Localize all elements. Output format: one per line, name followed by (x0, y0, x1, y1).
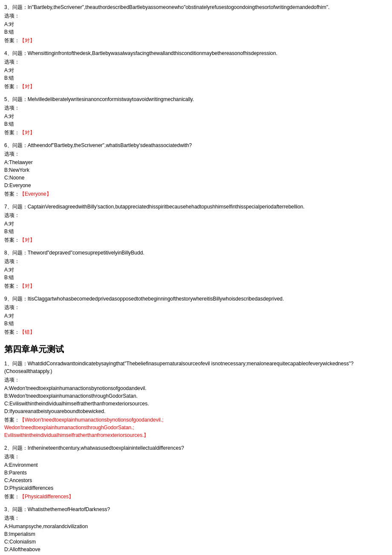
question-7-answer: 答案：【对】 (4, 236, 388, 244)
question-3-title: 3、问题：In"Bartleby,theScrivener",theauthor… (4, 3, 388, 11)
ch4-question-1-option-d: D:Ifyouareanatbeistyouareboundtobewicked… (4, 408, 388, 415)
question-6: 6、问题：Attheendof"Bartleby,theScrivener",w… (4, 142, 388, 198)
ch4-question-3-option-a: A:Humanpsyche,moralandcivilization (4, 523, 388, 530)
question-5: 5、问题：Melvilledeliberatelywritesinanoncon… (4, 95, 388, 136)
question-3: 3、问题：In"Bartleby,theScrivener",theauthor… (4, 3, 388, 44)
ch4-question-2-answer: 答案：【Physicaldifferences】 (4, 493, 388, 500)
ch4-question-3-option-c: C:Colonialism (4, 538, 388, 546)
question-9-option-b: B:错 (4, 320, 388, 327)
ch4-question-1-options-label: 选项： (4, 376, 388, 384)
question-8-option-b: B:错 (4, 274, 388, 281)
question-6-option-c: C:Noone (4, 174, 388, 182)
ch4-question-2-title: 2、问题：Inthenineteenthcentury,whatwasusedt… (4, 444, 388, 452)
ch4-question-1-option-c: C:Eviliswithintheindividualhimselfrather… (4, 400, 388, 408)
question-8-option-a: A:对 (4, 266, 388, 274)
ch4-question-2-option-d: D:Physicaldifferences (4, 484, 388, 492)
ch4-question-2-answer-value: 【Physicaldifferences】 (20, 494, 74, 500)
ch4-question-1-option-b: B:Wedon'tneedtoexplainhumanactionsthroug… (4, 392, 388, 400)
question-9: 9、问题：ItisClaggartwhohasbecomededprivedas… (4, 295, 388, 336)
ch4-question-3-option-d: D:Alloftheabove (4, 546, 388, 553)
question-3-option-b: B:错 (4, 28, 388, 36)
question-4-option-a: A:对 (4, 66, 388, 74)
question-8-options-label: 选项： (4, 257, 388, 265)
ch4-question-1-title: 1、问题：WhatdidConradwanttoindicatebysaying… (4, 360, 388, 375)
questions-part2: 1、问题：WhatdidConradwanttoindicatebysaying… (4, 360, 388, 555)
ch4-question-3: 3、问题：WhatisthethemeofHeartofDarkness? 选项… (4, 506, 388, 555)
question-7-answer-value: 【对】 (20, 237, 35, 243)
ch4-question-3-title: 3、问题：WhatisthethemeofHeartofDarkness? (4, 506, 388, 513)
question-9-option-a: A:对 (4, 312, 388, 320)
ch4-question-3-option-b: B:Imperialism (4, 530, 388, 538)
question-3-options-label: 选项： (4, 12, 388, 20)
question-8-answer: 答案：【对】 (4, 282, 388, 290)
ch4-question-3-options-label: 选项： (4, 514, 388, 522)
question-6-answer-value: 【Everyone】 (20, 191, 52, 197)
question-9-title: 9、问题：ItisClaggartwhohasbecomededprivedas… (4, 295, 388, 303)
ch4-question-2: 2、问题：Inthenineteenthcentury,whatwasusedt… (4, 444, 388, 500)
question-4: 4、问题：Whensittinginfrontofthedesk,Bartleb… (4, 49, 388, 90)
question-5-title: 5、问题：Melvilledeliberatelywritesinanoncon… (4, 95, 388, 103)
question-8: 8、问题：Theword"depraved"comesuprepetitivel… (4, 249, 388, 290)
question-7-option-a: A:对 (4, 220, 388, 228)
question-9-options-label: 选项： (4, 304, 388, 311)
question-6-option-a: A:Thelawyer (4, 159, 388, 166)
question-7-option-b: B:错 (4, 228, 388, 235)
ch4-question-2-options-label: 选项： (4, 453, 388, 460)
ch4-question-2-option-c: C:Ancestors (4, 477, 388, 484)
ch4-question-1-answer: 答案：【Wedon'tneedtoexplainhumanactionsbyno… (4, 416, 388, 439)
question-9-answer: 答案：【错】 (4, 328, 388, 336)
question-6-options-label: 选项： (4, 150, 388, 158)
question-4-answer-value: 【对】 (20, 84, 35, 90)
question-9-answer-value: 【错】 (20, 329, 35, 335)
question-6-title: 6、问题：Attheendof"Bartleby,theScrivener",w… (4, 142, 388, 149)
ch4-question-1-option-a: A:Wedon'tneedtoexplainhumanactionsbynoti… (4, 384, 388, 392)
question-7-options-label: 选项： (4, 211, 388, 219)
question-4-answer: 答案：【对】 (4, 83, 388, 90)
question-3-option-a: A:对 (4, 20, 388, 28)
question-3-answer-value: 【对】 (20, 38, 35, 43)
ch4-question-1-answer-value: 【Wedon'tneedtoexplainhumanactionsbynotio… (4, 417, 164, 438)
question-5-options-label: 选项： (4, 104, 388, 112)
question-4-title: 4、问题：Whensittinginfrontofthedesk,Bartleb… (4, 49, 388, 57)
questions-part1: 3、问题：In"Bartleby,theScrivener",theauthor… (4, 3, 388, 336)
section-4-title: 第四章单元测试 (4, 343, 388, 356)
question-6-option-d: D:Everyone (4, 182, 388, 189)
question-6-option-b: B:NewYork (4, 166, 388, 174)
ch4-question-2-option-b: B:Parents (4, 469, 388, 477)
ch4-question-2-option-a: A:Environment (4, 461, 388, 469)
ch4-question-1: 1、问题：WhatdidConradwanttoindicatebysaying… (4, 360, 388, 439)
question-8-title: 8、问题：Theword"depraved"comesuprepetitivel… (4, 249, 388, 257)
question-7: 7、问题：CaptainVeredisagreedwithBilly'sacti… (4, 203, 388, 244)
question-6-answer: 答案：【Everyone】 (4, 190, 388, 198)
question-5-answer: 答案：【对】 (4, 129, 388, 136)
question-8-answer-value: 【对】 (20, 283, 35, 289)
question-7-title: 7、问题：CaptainVeredisagreedwithBilly'sacti… (4, 203, 388, 211)
question-5-answer-value: 【对】 (20, 130, 35, 136)
question-4-option-b: B:错 (4, 74, 388, 82)
question-5-option-a: A:对 (4, 113, 388, 120)
question-5-option-b: B:错 (4, 120, 388, 128)
question-4-options-label: 选项： (4, 58, 388, 66)
question-3-answer: 答案：【对】 (4, 37, 388, 44)
